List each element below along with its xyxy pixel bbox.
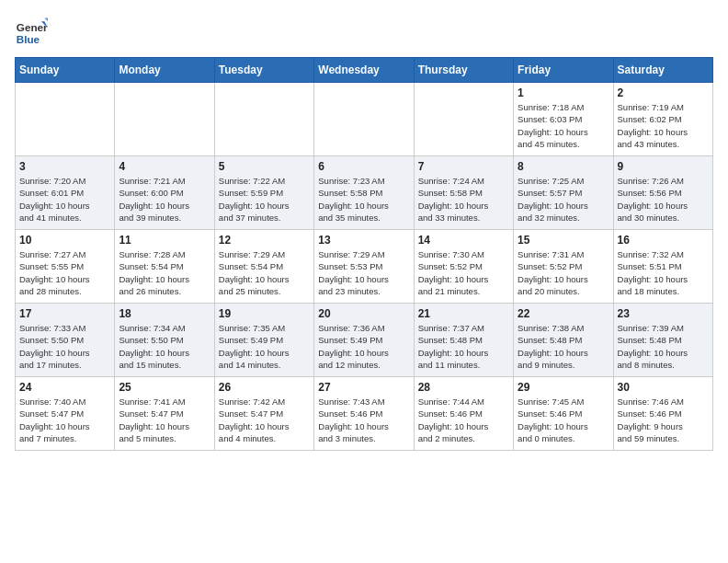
weekday-header-friday: Friday <box>514 58 613 83</box>
calendar-day-cell: 8Sunrise: 7:25 AM Sunset: 5:57 PM Daylig… <box>514 156 613 230</box>
day-number: 3 <box>19 160 110 173</box>
calendar-day-cell <box>16 83 115 156</box>
day-number: 9 <box>618 160 709 173</box>
day-info: Sunrise: 7:28 AM Sunset: 5:54 PM Dayligh… <box>119 248 210 297</box>
page-header: General Blue <box>15 15 713 48</box>
calendar-day-cell: 25Sunrise: 7:41 AM Sunset: 5:47 PM Dayli… <box>115 377 214 451</box>
calendar-day-cell: 18Sunrise: 7:34 AM Sunset: 5:50 PM Dayli… <box>115 304 214 377</box>
day-number: 15 <box>518 234 609 247</box>
calendar-day-cell: 20Sunrise: 7:36 AM Sunset: 5:49 PM Dayli… <box>314 304 414 377</box>
calendar-day-cell: 27Sunrise: 7:43 AM Sunset: 5:46 PM Dayli… <box>314 377 414 451</box>
calendar-day-cell: 7Sunrise: 7:24 AM Sunset: 5:58 PM Daylig… <box>414 156 513 230</box>
calendar-day-cell: 1Sunrise: 7:18 AM Sunset: 6:03 PM Daylig… <box>514 83 613 156</box>
day-info: Sunrise: 7:39 AM Sunset: 5:48 PM Dayligh… <box>618 322 709 371</box>
day-number: 19 <box>219 307 310 320</box>
calendar-day-cell: 10Sunrise: 7:27 AM Sunset: 5:55 PM Dayli… <box>16 230 115 304</box>
day-number: 24 <box>19 381 110 394</box>
day-number: 16 <box>618 234 709 247</box>
day-number: 27 <box>318 381 409 394</box>
day-info: Sunrise: 7:44 AM Sunset: 5:46 PM Dayligh… <box>418 396 509 444</box>
calendar-day-cell: 9Sunrise: 7:26 AM Sunset: 5:56 PM Daylig… <box>613 156 712 230</box>
day-number: 18 <box>119 307 210 320</box>
calendar-day-cell: 21Sunrise: 7:37 AM Sunset: 5:48 PM Dayli… <box>414 304 513 377</box>
day-info: Sunrise: 7:24 AM Sunset: 5:58 PM Dayligh… <box>418 175 509 224</box>
calendar-day-cell: 14Sunrise: 7:30 AM Sunset: 5:52 PM Dayli… <box>414 230 513 304</box>
day-number: 26 <box>219 381 310 394</box>
day-info: Sunrise: 7:32 AM Sunset: 5:51 PM Dayligh… <box>618 248 709 297</box>
calendar-week-row: 1Sunrise: 7:18 AM Sunset: 6:03 PM Daylig… <box>16 83 713 156</box>
day-number: 2 <box>618 86 709 99</box>
day-info: Sunrise: 7:21 AM Sunset: 6:00 PM Dayligh… <box>119 175 210 224</box>
calendar-day-cell: 24Sunrise: 7:40 AM Sunset: 5:47 PM Dayli… <box>16 377 115 451</box>
day-info: Sunrise: 7:37 AM Sunset: 5:48 PM Dayligh… <box>418 322 509 371</box>
day-number: 11 <box>119 234 210 247</box>
calendar-day-cell: 19Sunrise: 7:35 AM Sunset: 5:49 PM Dayli… <box>214 304 313 377</box>
day-number: 6 <box>318 160 409 173</box>
weekday-header-saturday: Saturday <box>613 58 712 83</box>
day-number: 7 <box>418 160 509 173</box>
day-info: Sunrise: 7:30 AM Sunset: 5:52 PM Dayligh… <box>418 248 509 297</box>
calendar-day-cell: 17Sunrise: 7:33 AM Sunset: 5:50 PM Dayli… <box>16 304 115 377</box>
day-number: 8 <box>518 160 609 173</box>
calendar-day-cell: 5Sunrise: 7:22 AM Sunset: 5:59 PM Daylig… <box>214 156 313 230</box>
day-info: Sunrise: 7:40 AM Sunset: 5:47 PM Dayligh… <box>19 396 110 444</box>
day-number: 14 <box>418 234 509 247</box>
calendar-day-cell <box>214 83 313 156</box>
calendar-day-cell: 4Sunrise: 7:21 AM Sunset: 6:00 PM Daylig… <box>115 156 214 230</box>
day-number: 12 <box>219 234 310 247</box>
calendar-table: SundayMondayTuesdayWednesdayThursdayFrid… <box>15 57 713 451</box>
calendar-week-row: 17Sunrise: 7:33 AM Sunset: 5:50 PM Dayli… <box>16 304 713 377</box>
calendar-day-cell: 16Sunrise: 7:32 AM Sunset: 5:51 PM Dayli… <box>613 230 712 304</box>
day-number: 25 <box>119 381 210 394</box>
calendar-day-cell <box>414 83 513 156</box>
day-number: 5 <box>219 160 310 173</box>
calendar-day-cell: 29Sunrise: 7:45 AM Sunset: 5:46 PM Dayli… <box>514 377 613 451</box>
calendar-day-cell: 26Sunrise: 7:42 AM Sunset: 5:47 PM Dayli… <box>214 377 313 451</box>
day-info: Sunrise: 7:27 AM Sunset: 5:55 PM Dayligh… <box>19 248 110 297</box>
day-number: 1 <box>518 86 609 99</box>
weekday-header-wednesday: Wednesday <box>314 58 414 83</box>
day-info: Sunrise: 7:31 AM Sunset: 5:52 PM Dayligh… <box>518 248 609 297</box>
day-info: Sunrise: 7:34 AM Sunset: 5:50 PM Dayligh… <box>119 322 210 371</box>
day-info: Sunrise: 7:29 AM Sunset: 5:54 PM Dayligh… <box>219 248 310 297</box>
day-info: Sunrise: 7:23 AM Sunset: 5:58 PM Dayligh… <box>318 175 409 224</box>
day-info: Sunrise: 7:20 AM Sunset: 6:01 PM Dayligh… <box>19 175 110 224</box>
day-number: 10 <box>19 234 110 247</box>
calendar-day-cell: 11Sunrise: 7:28 AM Sunset: 5:54 PM Dayli… <box>115 230 214 304</box>
day-info: Sunrise: 7:19 AM Sunset: 6:02 PM Dayligh… <box>618 101 709 150</box>
calendar-day-cell: 23Sunrise: 7:39 AM Sunset: 5:48 PM Dayli… <box>613 304 712 377</box>
calendar-week-row: 24Sunrise: 7:40 AM Sunset: 5:47 PM Dayli… <box>16 377 713 451</box>
weekday-header-sunday: Sunday <box>16 58 115 83</box>
calendar-week-row: 3Sunrise: 7:20 AM Sunset: 6:01 PM Daylig… <box>16 156 713 230</box>
day-info: Sunrise: 7:46 AM Sunset: 5:46 PM Dayligh… <box>618 396 709 444</box>
calendar-day-cell: 13Sunrise: 7:29 AM Sunset: 5:53 PM Dayli… <box>314 230 414 304</box>
calendar-day-cell: 12Sunrise: 7:29 AM Sunset: 5:54 PM Dayli… <box>214 230 313 304</box>
day-number: 4 <box>119 160 210 173</box>
day-info: Sunrise: 7:18 AM Sunset: 6:03 PM Dayligh… <box>518 101 609 150</box>
calendar-day-cell: 6Sunrise: 7:23 AM Sunset: 5:58 PM Daylig… <box>314 156 414 230</box>
day-info: Sunrise: 7:38 AM Sunset: 5:48 PM Dayligh… <box>518 322 609 371</box>
weekday-header-row: SundayMondayTuesdayWednesdayThursdayFrid… <box>16 58 713 83</box>
weekday-header-monday: Monday <box>115 58 214 83</box>
day-number: 22 <box>518 307 609 320</box>
logo: General Blue <box>15 15 51 48</box>
day-number: 13 <box>318 234 409 247</box>
weekday-header-tuesday: Tuesday <box>214 58 313 83</box>
calendar-day-cell: 3Sunrise: 7:20 AM Sunset: 6:01 PM Daylig… <box>16 156 115 230</box>
svg-text:Blue: Blue <box>17 33 40 45</box>
day-number: 17 <box>19 307 110 320</box>
calendar-week-row: 10Sunrise: 7:27 AM Sunset: 5:55 PM Dayli… <box>16 230 713 304</box>
calendar-day-cell <box>115 83 214 156</box>
day-info: Sunrise: 7:35 AM Sunset: 5:49 PM Dayligh… <box>219 322 310 371</box>
day-number: 30 <box>618 381 709 394</box>
weekday-header-thursday: Thursday <box>414 58 513 83</box>
day-info: Sunrise: 7:22 AM Sunset: 5:59 PM Dayligh… <box>219 175 310 224</box>
calendar-day-cell: 22Sunrise: 7:38 AM Sunset: 5:48 PM Dayli… <box>514 304 613 377</box>
day-info: Sunrise: 7:41 AM Sunset: 5:47 PM Dayligh… <box>119 396 210 444</box>
day-number: 20 <box>318 307 409 320</box>
calendar-day-cell: 28Sunrise: 7:44 AM Sunset: 5:46 PM Dayli… <box>414 377 513 451</box>
day-info: Sunrise: 7:29 AM Sunset: 5:53 PM Dayligh… <box>318 248 409 297</box>
calendar-day-cell: 2Sunrise: 7:19 AM Sunset: 6:02 PM Daylig… <box>613 83 712 156</box>
day-info: Sunrise: 7:26 AM Sunset: 5:56 PM Dayligh… <box>618 175 709 224</box>
calendar-day-cell: 15Sunrise: 7:31 AM Sunset: 5:52 PM Dayli… <box>514 230 613 304</box>
